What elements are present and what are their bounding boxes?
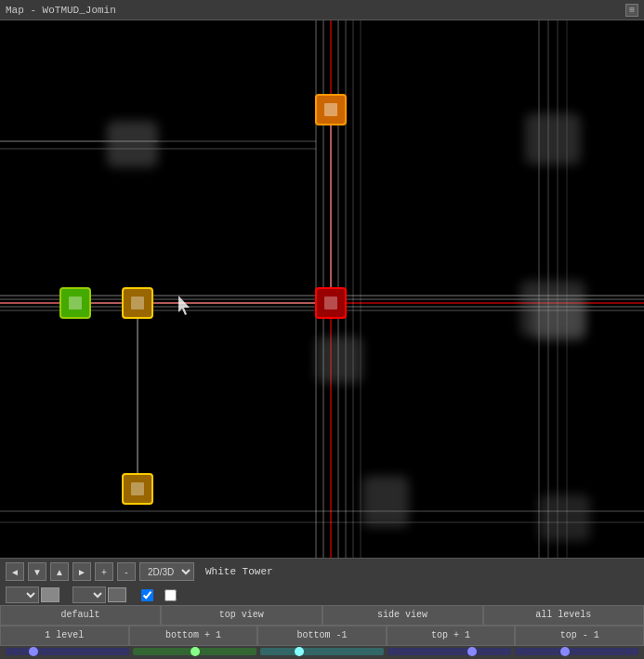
slider-5-wrap	[513, 647, 640, 658]
slider-1[interactable]	[6, 648, 129, 655]
window-title: Map - WoTMUD_Jomin	[6, 5, 116, 16]
1-level-button[interactable]: 1 level	[0, 626, 129, 646]
svg-rect-30	[316, 336, 362, 383]
svg-rect-31	[362, 476, 409, 527]
slider-4-wrap	[386, 647, 513, 658]
svg-marker-43	[178, 296, 190, 315]
slider-3[interactable]	[260, 648, 384, 655]
svg-rect-29	[534, 299, 585, 341]
map-svg	[0, 20, 644, 558]
svg-rect-40	[131, 297, 144, 310]
color-swatch-2[interactable]	[108, 587, 126, 602]
svg-rect-32	[539, 494, 590, 541]
nav-row: ◄ ▼ ▲ ► + - 2D/3D 2D 3D White Tower	[0, 559, 644, 585]
slider-4[interactable]	[388, 648, 511, 655]
view-buttons-row: default top view side view all levels	[0, 605, 644, 626]
checkbox-1[interactable]	[141, 589, 153, 601]
location-label: White Tower	[205, 566, 273, 577]
top-plus1-button[interactable]: top + 1	[387, 626, 516, 646]
svg-rect-26	[107, 121, 158, 167]
nav-left-button[interactable]: ◄	[6, 562, 24, 581]
slider-5[interactable]	[515, 648, 638, 655]
nav-down-button[interactable]: ▼	[28, 562, 46, 581]
view-mode-select[interactable]: 2D/3D 2D 3D	[139, 562, 194, 581]
zoom-out-button[interactable]: -	[117, 562, 136, 581]
bottom-plus1-button[interactable]: bottom + 1	[129, 626, 258, 646]
slider-1-wrap	[4, 647, 131, 658]
slider-2-wrap	[131, 647, 258, 658]
slider-row	[0, 646, 644, 659]
zoom-in-button[interactable]: +	[95, 562, 113, 581]
slider-3-wrap	[258, 647, 386, 658]
map-canvas[interactable]	[0, 20, 644, 558]
side-view-button[interactable]: side view	[322, 605, 483, 626]
color-select-1[interactable]	[6, 587, 39, 603]
checkbox-2[interactable]	[164, 589, 177, 601]
expand-button[interactable]: ⊞	[625, 4, 638, 17]
controls-panel: ◄ ▼ ▲ ► + - 2D/3D 2D 3D White Tower	[0, 558, 644, 659]
svg-rect-42	[131, 482, 144, 495]
nav-right-button[interactable]: ►	[72, 562, 91, 581]
svg-rect-27	[525, 113, 581, 165]
titlebar: Map - WoTMUD_Jomin ⊞	[0, 0, 644, 20]
all-levels-button[interactable]: all levels	[483, 605, 644, 626]
color-row	[0, 585, 644, 605]
svg-rect-41	[324, 297, 337, 310]
top-minus1-button[interactable]: top - 1	[515, 626, 644, 646]
color-select-2[interactable]	[72, 587, 106, 603]
slider-2[interactable]	[133, 648, 256, 655]
color-swatch-1[interactable]	[41, 587, 59, 602]
default-button[interactable]: default	[0, 605, 161, 626]
level-buttons-row: 1 level bottom + 1 bottom -1 top + 1 top…	[0, 626, 644, 646]
svg-rect-38	[324, 103, 337, 116]
top-view-button[interactable]: top view	[161, 605, 322, 626]
bottom-minus1-button[interactable]: bottom -1	[257, 626, 387, 646]
svg-rect-39	[69, 297, 82, 310]
nav-up-button[interactable]: ▲	[50, 562, 69, 581]
